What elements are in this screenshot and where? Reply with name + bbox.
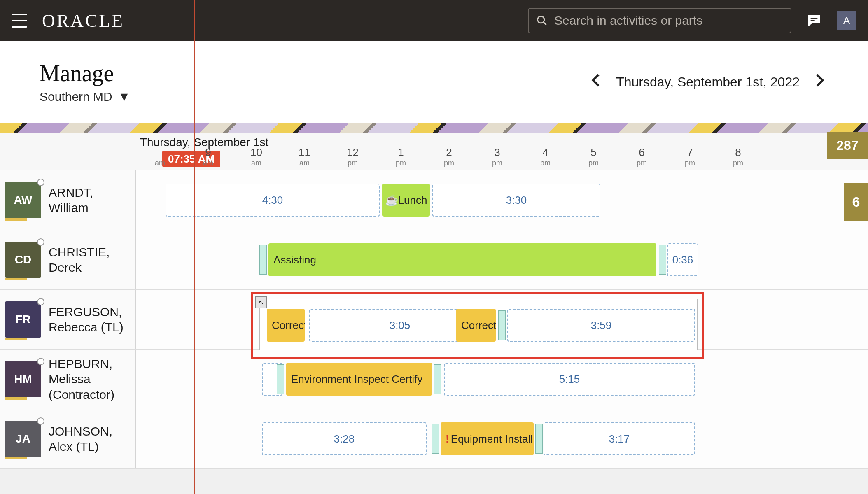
resize-handle[interactable] bbox=[277, 364, 284, 394]
technician-sidebar[interactable]: HM HEPBURN,Melissa (Contractor) bbox=[0, 350, 136, 409]
hour-col: 12pm bbox=[329, 146, 377, 170]
status-dot-icon bbox=[37, 298, 44, 305]
technician-avatar[interactable]: HM bbox=[5, 361, 41, 397]
warning-icon: ! bbox=[446, 433, 449, 445]
hour-col: 9am bbox=[184, 146, 232, 170]
hour-col: 10am bbox=[232, 146, 280, 170]
slot-label: 4:30 bbox=[262, 194, 283, 207]
timeline-header: Thursday, September 1st 07:35 AM am9am10… bbox=[0, 133, 868, 170]
open-slot[interactable]: 3:17 bbox=[544, 422, 695, 455]
slot-label: 3:59 bbox=[591, 319, 612, 332]
page-title: Manage bbox=[40, 60, 130, 86]
technician-rows: AW ARNDT,William 4:30☕ Lunch3:306 CD CHR… bbox=[0, 170, 868, 469]
activity-block[interactable]: Assisting bbox=[268, 243, 656, 276]
technician-sidebar[interactable]: FR FERGUSON,Rebecca (TL) bbox=[0, 290, 136, 349]
slot-label: 3:17 bbox=[609, 433, 630, 445]
status-dot-icon bbox=[37, 358, 44, 365]
technician-avatar[interactable]: FR bbox=[5, 301, 41, 338]
resize-handle[interactable] bbox=[432, 424, 439, 454]
resize-handle[interactable] bbox=[259, 245, 267, 275]
chevron-down-icon: ▼ bbox=[118, 90, 131, 104]
resize-handle[interactable] bbox=[498, 310, 506, 340]
activity-block[interactable]: Environment Inspect Certify bbox=[286, 363, 432, 396]
search-field[interactable] bbox=[528, 8, 791, 33]
technician-name: FERGUSON,Rebecca (TL) bbox=[49, 304, 124, 335]
activity-block[interactable]: !Equipment Install bbox=[441, 422, 534, 455]
technician-avatar[interactable]: JA bbox=[5, 421, 41, 457]
timeline-track[interactable]: 4:30☕ Lunch3:306 bbox=[136, 170, 868, 230]
technician-avatar[interactable]: AW bbox=[5, 182, 41, 218]
svg-rect-3 bbox=[811, 20, 815, 21]
status-dot-icon bbox=[37, 238, 44, 246]
open-slot[interactable]: 5:15 bbox=[444, 363, 695, 396]
resize-handle[interactable] bbox=[659, 245, 666, 275]
prev-day-button[interactable] bbox=[587, 69, 604, 95]
slot-label: 3:28 bbox=[334, 433, 355, 445]
technician-avatar[interactable]: CD bbox=[5, 242, 41, 278]
slot-label: Correct bbox=[461, 319, 496, 332]
activity-block[interactable]: Correct bbox=[456, 309, 496, 342]
open-slot[interactable]: 3:30 bbox=[432, 184, 600, 217]
slot-label: Equipment Install bbox=[451, 433, 533, 445]
chat-icon[interactable] bbox=[803, 9, 825, 32]
hour-col: 4pm bbox=[521, 146, 569, 170]
slot-label: Assisting bbox=[273, 254, 316, 266]
slot-label: 3:05 bbox=[390, 319, 411, 332]
search-input[interactable] bbox=[554, 14, 783, 28]
pin-icon[interactable]: ↖ bbox=[255, 296, 267, 308]
hour-col: 6pm bbox=[618, 146, 666, 170]
timeline-track[interactable]: Assisting0:36 bbox=[136, 230, 868, 289]
user-avatar[interactable]: A bbox=[837, 11, 856, 30]
resize-handle[interactable] bbox=[535, 424, 543, 454]
technician-name: JOHNSON,Alex (TL) bbox=[49, 424, 112, 454]
search-icon bbox=[536, 15, 548, 26]
open-slot[interactable]: 3:28 bbox=[262, 422, 427, 455]
technician-sidebar[interactable]: JA JOHNSON,Alex (TL) bbox=[0, 409, 136, 468]
menu-icon[interactable] bbox=[12, 14, 27, 28]
location-label: Southern MD bbox=[40, 90, 112, 104]
slot-label: Correct bbox=[272, 319, 305, 332]
svg-rect-2 bbox=[811, 18, 818, 19]
activity-block[interactable]: Correct bbox=[267, 309, 305, 342]
hour-col: 5pm bbox=[569, 146, 618, 170]
slot-label: 5:15 bbox=[559, 373, 580, 386]
svg-point-0 bbox=[538, 16, 544, 23]
decorative-strip bbox=[0, 123, 868, 133]
row-count-badge[interactable]: 6 bbox=[844, 183, 868, 221]
slot-label: Environment Inspect Certify bbox=[291, 373, 422, 386]
avatar-initial: A bbox=[843, 15, 850, 26]
slot-label: 0:36 bbox=[672, 254, 693, 266]
hour-col: 1pm bbox=[377, 146, 425, 170]
date-navigator: Thursday, September 1st, 2022 bbox=[587, 69, 828, 95]
technician-row: HM HEPBURN,Melissa (Contractor) Environm… bbox=[0, 350, 868, 409]
hour-col: 3pm bbox=[473, 146, 521, 170]
technician-sidebar[interactable]: AW ARNDT,William bbox=[0, 170, 136, 230]
location-selector[interactable]: Southern MD ▼ bbox=[40, 90, 130, 104]
open-slot[interactable]: 3:59 bbox=[507, 309, 695, 342]
timeline-track[interactable]: Environment Inspect Certify5:15 bbox=[136, 350, 868, 409]
hour-col: 8pm bbox=[714, 146, 762, 170]
next-day-button[interactable] bbox=[811, 69, 828, 95]
resize-handle[interactable] bbox=[434, 364, 441, 394]
technician-row: CD CHRISTIE,Derek Assisting0:36 bbox=[0, 230, 868, 290]
date-label[interactable]: Thursday, September 1st, 2022 bbox=[616, 75, 800, 90]
activity-block[interactable]: ☕ Lunch bbox=[382, 184, 430, 217]
slot-label: 3:30 bbox=[506, 194, 527, 207]
technician-name: HEPBURN,Melissa (Contractor) bbox=[49, 356, 135, 403]
timeline-track[interactable]: 3:28!Equipment Install3:17 bbox=[136, 409, 868, 468]
technician-sidebar[interactable]: CD CHRISTIE,Derek bbox=[0, 230, 136, 289]
open-slot[interactable]: 4:30 bbox=[166, 184, 380, 217]
status-dot-icon bbox=[37, 417, 44, 425]
hour-col: am bbox=[136, 159, 184, 170]
slot-label: Lunch bbox=[398, 194, 427, 207]
technician-name: ARNDT,William bbox=[49, 185, 93, 216]
technician-row: FR FERGUSON,Rebecca (TL) Correct3:05Corr… bbox=[0, 290, 868, 350]
timeline-track[interactable]: Correct3:05Correct3:59↖ bbox=[136, 290, 868, 349]
topbar: ORACLE A bbox=[0, 0, 868, 41]
open-slot[interactable]: 0:36 bbox=[667, 243, 698, 276]
technician-row: JA JOHNSON,Alex (TL) 3:28!Equipment Inst… bbox=[0, 409, 868, 469]
technician-name: CHRISTIE,Derek bbox=[49, 245, 110, 275]
activity-count-badge[interactable]: 287 bbox=[827, 132, 868, 159]
page-header: Manage Southern MD ▼ Thursday, September… bbox=[0, 41, 868, 123]
svg-line-1 bbox=[544, 22, 546, 25]
